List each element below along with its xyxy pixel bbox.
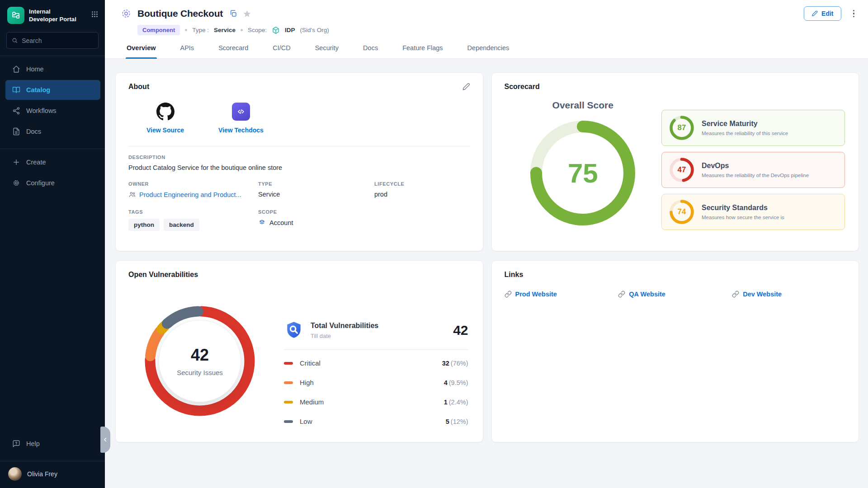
search-input[interactable] — [22, 37, 93, 44]
sidebar-item-catalog[interactable]: Catalog — [5, 80, 100, 100]
scope-org: (Sid's Org) — [300, 27, 329, 33]
vulnerabilities-title: Open Vulnerabilities — [128, 271, 198, 279]
more-options-button[interactable] — [850, 8, 858, 19]
owner-link[interactable]: Product Engineering and Product... — [139, 191, 241, 198]
overall-score-donut: 75 — [530, 121, 635, 225]
sidebar-search[interactable] — [6, 32, 99, 49]
type-field-value: Service — [258, 191, 374, 198]
content-grid: About View Source — [105, 59, 868, 488]
tab-apis[interactable]: APIs — [179, 42, 195, 58]
sidebar-item-help[interactable]: Help — [5, 434, 100, 454]
sidebar-item-label: Catalog — [26, 86, 50, 94]
scorecard-item-title: Security Standards — [702, 204, 784, 212]
critical-swatch — [284, 362, 293, 365]
tab-dependencies[interactable]: Dependencies — [467, 42, 510, 58]
vulnerabilities-card: Open Vulnerabilities 42 Security Issues — [115, 260, 483, 442]
type-value: Service — [214, 27, 236, 33]
scorecard-item-title: DevOps — [702, 162, 809, 170]
scope-field-value: Account — [269, 219, 293, 226]
app-logo — [7, 7, 24, 24]
group-icon — [128, 191, 136, 198]
total-vulnerabilities-value: 42 — [453, 323, 468, 338]
techdocs-icon — [232, 103, 250, 121]
scope-value: IDP — [285, 27, 295, 33]
links-card: Links Prod Website QA Website — [491, 260, 859, 442]
tab-scorecard[interactable]: Scorecard — [217, 42, 249, 58]
help-chat-icon — [12, 440, 20, 448]
tab-security[interactable]: Security — [314, 42, 340, 58]
edit-about-icon[interactable] — [462, 83, 470, 91]
tab-cicd[interactable]: CI/CD — [272, 42, 291, 58]
tab-feature-flags[interactable]: Feature Flags — [401, 42, 443, 58]
total-vulnerabilities-row: Total Vulnerabilities Till date 42 — [284, 320, 468, 340]
tab-overview[interactable]: Overview — [126, 42, 157, 58]
cube-icon — [272, 26, 280, 34]
high-swatch — [284, 381, 293, 384]
gear-icon — [12, 179, 20, 187]
link-prod-website[interactable]: Prod Website — [505, 291, 618, 298]
security-issues-label: Security Issues — [177, 369, 223, 376]
brand-title: Internal Developer Portal — [29, 7, 76, 23]
workflows-icon — [12, 107, 20, 115]
mini-donut: 47 — [670, 158, 694, 182]
chevron-left-icon — [103, 437, 108, 442]
scorecard-item-desc: Measures the reliability of the DevOps p… — [702, 173, 809, 178]
file-text-icon — [12, 127, 20, 136]
divider — [0, 149, 105, 149]
sidebar: Internal Developer Portal Home — [0, 0, 105, 488]
link-qa-website[interactable]: QA Website — [618, 291, 732, 298]
user-profile[interactable]: Olivia Frey — [0, 461, 105, 488]
brand-row: Internal Developer Portal — [0, 0, 105, 27]
link-dev-website[interactable]: Dev Website — [732, 291, 846, 298]
description-value: Product Catalog Service for the boutique… — [128, 164, 470, 171]
legend-row-high: High 4(9.5%) — [284, 373, 468, 392]
copy-icon[interactable] — [229, 9, 237, 18]
vulnerabilities-donut: 42 Security Issues — [145, 306, 255, 416]
tag-chip[interactable]: python — [128, 219, 160, 231]
tab-bar: Overview APIs Scorecard CI/CD Security D… — [126, 42, 857, 58]
sidebar-item-label: Help — [26, 440, 40, 447]
sidebar-item-home[interactable]: Home — [5, 59, 100, 79]
tag-chip[interactable]: backend — [164, 219, 199, 231]
links-title: Links — [505, 271, 524, 279]
page-header: Boutique Checkout Edit — [105, 0, 868, 59]
avatar — [8, 467, 22, 481]
scorecard-item-service-maturity[interactable]: 87 Service Maturity Measures the reliabi… — [661, 110, 845, 146]
main-area: Boutique Checkout Edit — [105, 0, 868, 488]
owner-label: OWNER — [128, 181, 258, 187]
view-techdocs-link[interactable]: View Techdocs — [218, 103, 264, 134]
sidebar-item-label: Home — [26, 66, 44, 73]
sidebar-item-configure[interactable]: Configure — [5, 173, 100, 193]
apps-grid-icon[interactable] — [91, 7, 99, 18]
sidebar-item-label: Docs — [26, 128, 41, 135]
legend-row-low: Low 5(12%) — [284, 412, 468, 431]
sidebar-collapse-handle[interactable] — [100, 427, 110, 453]
link-icon — [505, 291, 512, 298]
pencil-icon — [811, 10, 818, 17]
sidebar-item-docs[interactable]: Docs — [5, 122, 100, 141]
scorecard-item-security-standards[interactable]: 74 Security Standards Measures how secur… — [661, 194, 845, 230]
view-source-link[interactable]: View Source — [146, 103, 184, 134]
mini-donut: 74 — [670, 200, 694, 224]
scope-label: Scope: — [248, 27, 267, 33]
tab-docs[interactable]: Docs — [362, 42, 379, 58]
sidebar-nav: Home Catalog Workflows Docs — [0, 59, 105, 142]
search-icon — [12, 37, 18, 44]
edit-button[interactable]: Edit — [804, 6, 841, 21]
lifecycle-value: prod — [374, 191, 470, 198]
sidebar-item-workflows[interactable]: Workflows — [5, 101, 100, 121]
low-swatch — [284, 420, 293, 423]
sidebar-item-create[interactable]: Create — [5, 152, 100, 172]
legend-row-medium: Medium 1(2.4%) — [284, 392, 468, 412]
entity-meta-row: Component Type : Service Scope: IDP (Sid… — [137, 25, 857, 35]
scorecard-item-devops[interactable]: 47 DevOps Measures the reliability of th… — [661, 152, 845, 188]
about-card: About View Source — [115, 72, 483, 251]
link-icon — [618, 291, 625, 298]
circuit-logo-icon — [10, 9, 22, 21]
star-icon[interactable] — [243, 9, 251, 18]
page-title: Boutique Checkout — [137, 8, 223, 19]
overall-score-label: Overall Score — [552, 100, 613, 111]
sidebar-footer-nav: Help — [0, 433, 105, 454]
scorecard-item-title: Service Maturity — [702, 120, 788, 128]
account-scope-icon — [258, 219, 266, 226]
